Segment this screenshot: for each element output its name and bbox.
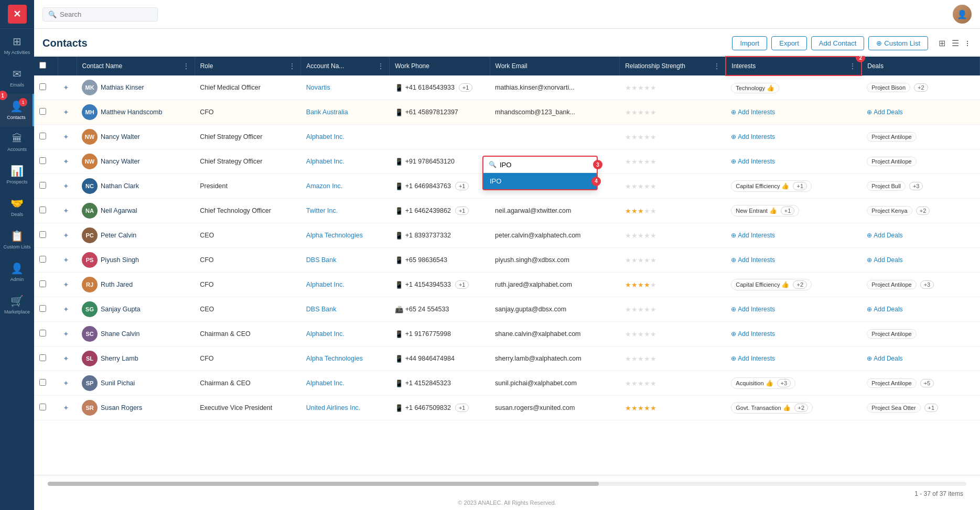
favorite-icon[interactable]: ✦ [63,182,69,190]
account-link[interactable]: Novartis [306,84,330,91]
grid-view-button[interactable]: ⊞ [936,37,947,49]
interests-search-box[interactable]: 🔍 3 [483,157,597,173]
th-deals[interactable]: Deals [861,57,979,75]
interests-option-ipo[interactable]: IPO 4 [483,173,597,189]
sidebar-item-emails[interactable]: ✉ Emails [0,61,34,94]
sidebar-item-marketplace[interactable]: 🛒 Marketplace [0,288,34,321]
account-link[interactable]: Amazon Inc. [306,182,342,190]
account-link[interactable]: United Airlines Inc. [306,404,361,411]
sidebar-item-contacts[interactable]: 👤 Contacts 1 1 [0,94,34,126]
row-checkbox[interactable] [39,404,46,410]
sidebar-item-admin[interactable]: 👤 Admin [0,256,34,288]
account-link[interactable]: Twitter Inc. [306,207,338,214]
table-container[interactable]: Contact Name ⋮ Role ⋮ Ac [34,56,980,475]
sidebar-item-accounts[interactable]: 🏛 Accounts [0,126,34,158]
th-contact-name[interactable]: Contact Name ⋮ [77,57,195,75]
favorite-icon[interactable]: ✦ [63,354,69,363]
thumb-up-icon[interactable]: 👍 [781,281,789,288]
account-link[interactable]: Bank Australia [306,108,348,116]
add-interests-button[interactable]: ⊕ Add Interests [731,306,775,313]
row-checkbox[interactable] [39,108,46,115]
add-interests-button[interactable]: ⊕ Add Interests [731,158,775,165]
add-interests-button[interactable]: ⊕ Add Interests [731,232,775,239]
contact-name-menu-icon[interactable]: ⋮ [183,62,189,70]
horizontal-scrollbar[interactable] [48,482,966,486]
column-view-button[interactable]: ⫶ [963,37,972,49]
avatar[interactable]: 👤 [953,5,972,24]
sidebar-item-custom-lists[interactable]: 📋 Custom Lists [0,223,34,256]
favorite-icon[interactable]: ✦ [63,379,69,387]
row-checkbox[interactable] [39,157,46,164]
th-rel-strength[interactable]: Relationship Strength ⋮ [620,57,726,75]
scrollbar-thumb[interactable] [48,482,599,486]
th-email[interactable]: Work Email [490,57,620,75]
search-box[interactable]: 🔍 [42,7,158,21]
row-checkbox[interactable] [39,133,46,139]
select-all-checkbox[interactable] [39,62,46,69]
add-contact-button[interactable]: Add Contact [811,36,865,50]
favorite-icon[interactable]: ✦ [63,404,69,412]
account-link[interactable]: Alpha Technologies [306,355,363,362]
favorite-icon[interactable]: ✦ [63,305,69,313]
add-interests-button[interactable]: ⊕ Add Interests [731,256,775,264]
rel-menu-icon[interactable]: ⋮ [714,62,720,70]
thumb-up-icon[interactable]: 👍 [783,404,791,411]
th-interests[interactable]: Interests ⋮ 2 [726,57,861,75]
favorite-icon[interactable]: ✦ [63,83,69,92]
favorite-icon[interactable]: ✦ [63,330,69,338]
interests-search-input[interactable] [500,161,588,169]
account-menu-icon[interactable]: ⋮ [378,62,384,70]
add-interests-button[interactable]: ⊕ Add Interests [731,108,775,116]
sidebar-item-my-activities[interactable]: ⊞ My Activities [0,29,34,61]
add-interests-button[interactable]: ⊕ Add Interests [731,330,775,338]
favorite-icon[interactable]: ✦ [63,133,69,141]
interests-menu-icon[interactable]: ⋮ [849,62,856,70]
export-button[interactable]: Export [771,36,807,50]
account-link[interactable]: Alpha Technologies [306,232,363,239]
add-deals-button[interactable]: ⊕ Add Deals [867,256,902,264]
list-view-button[interactable]: ☰ [950,37,961,49]
add-deals-button[interactable]: ⊕ Add Deals [867,232,902,239]
th-account[interactable]: Account Na... ⋮ [301,57,390,75]
row-checkbox[interactable] [39,330,46,337]
add-deals-button[interactable]: ⊕ Add Deals [867,306,902,313]
row-checkbox[interactable] [39,83,46,90]
import-button[interactable]: Import [732,36,767,50]
add-interests-button[interactable]: ⊕ Add Interests [731,133,775,140]
thumb-up-icon[interactable]: 👍 [767,84,774,92]
account-link[interactable]: Alphabet Inc. [306,281,344,288]
favorite-icon[interactable]: ✦ [63,231,69,240]
favorite-icon[interactable]: ✦ [63,256,69,264]
account-link[interactable]: Alphabet Inc. [306,330,344,338]
favorite-icon[interactable]: ✦ [63,157,69,166]
thumb-up-icon[interactable]: 👍 [766,379,773,387]
row-checkbox[interactable] [39,379,46,386]
th-role[interactable]: Role ⋮ [195,57,301,75]
thumb-up-icon[interactable]: 👍 [769,207,777,214]
add-deals-button[interactable]: ⊕ Add Deals [867,108,902,116]
custom-list-button[interactable]: ⊕ Custom List [868,36,928,50]
th-checkbox[interactable] [34,57,58,75]
account-link[interactable]: Alphabet Inc. [306,133,344,140]
account-link[interactable]: DBS Bank [306,256,337,264]
add-interests-button[interactable]: ⊕ Add Interests [731,355,775,362]
role-menu-icon[interactable]: ⋮ [289,62,295,70]
sidebar-item-prospects[interactable]: 📊 Prospects [0,158,34,191]
favorite-icon[interactable]: ✦ [63,207,69,215]
account-link[interactable]: Alphabet Inc. [306,379,344,387]
favorite-icon[interactable]: ✦ [63,280,69,289]
row-checkbox[interactable] [39,256,46,263]
add-deals-button[interactable]: ⊕ Add Deals [867,355,902,362]
favorite-icon[interactable]: ✦ [63,108,69,116]
row-checkbox[interactable] [39,207,46,213]
th-phone[interactable]: Work Phone [390,57,490,75]
row-checkbox[interactable] [39,354,46,361]
row-checkbox[interactable] [39,305,46,312]
sidebar-item-deals[interactable]: 🤝 Deals [0,191,34,223]
account-link[interactable]: DBS Bank [306,306,337,313]
interests-dropdown[interactable]: 🔍 3 IPO 4 [482,156,598,190]
account-link[interactable]: Alphabet Inc. [306,158,344,165]
row-checkbox[interactable] [39,280,46,287]
row-checkbox[interactable] [39,182,46,189]
search-input[interactable] [60,10,152,18]
